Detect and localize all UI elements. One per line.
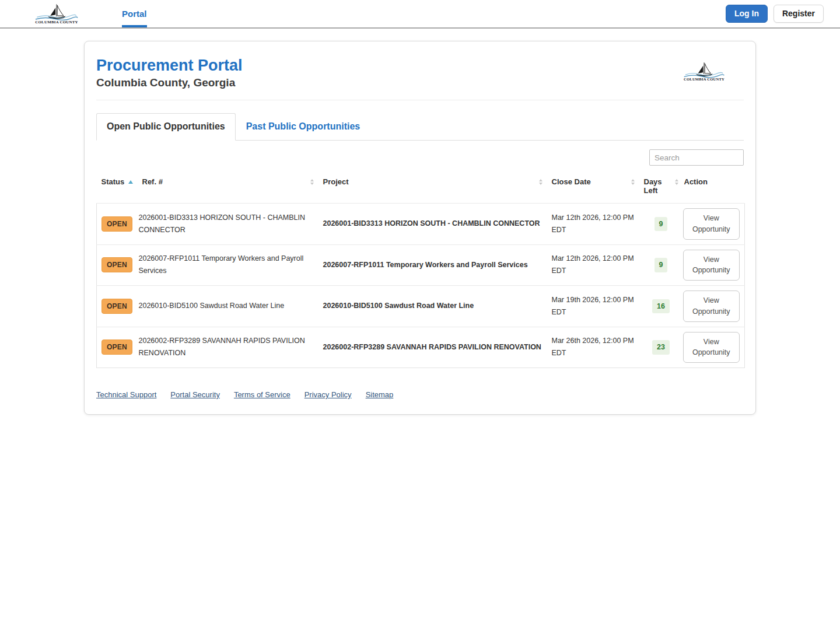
column-label: Ref. # — [142, 177, 163, 186]
search-row — [96, 149, 744, 166]
footer-links: Technical Support Portal Security Terms … — [96, 390, 744, 399]
status-cell: OPEN — [97, 286, 138, 327]
ref-number: 2026002-RFP3289 SAVANNAH RAPIDS PAVILION… — [138, 327, 318, 368]
status-badge: OPEN — [102, 340, 132, 355]
top-nav: COLUMBIA COUNTY Portal Log In Register — [0, 0, 840, 29]
column-label: Project — [323, 177, 349, 186]
column-header-project[interactable]: Project — [318, 172, 547, 204]
days-left-badge: 9 — [654, 258, 668, 272]
project-title: 2026010-BID5100 Sawdust Road Water Line — [318, 286, 547, 327]
opportunities-table: Status Ref. # Project — [96, 172, 745, 368]
status-badge: OPEN — [102, 216, 132, 232]
project-title: 2026002-RFP3289 SAVANNAH RAPIDS PAVILION… — [318, 327, 547, 368]
days-left-badge: 16 — [652, 299, 670, 314]
days-left-badge: 9 — [654, 217, 668, 232]
sort-icon — [675, 179, 678, 185]
action-cell: View Opportunity — [683, 204, 745, 245]
view-opportunity-button[interactable]: View Opportunity — [683, 290, 740, 322]
search-input[interactable] — [649, 149, 744, 166]
status-badge: OPEN — [102, 299, 132, 314]
column-label: Action — [684, 177, 708, 186]
sort-ascending-icon — [128, 180, 133, 184]
portal-security-link[interactable]: Portal Security — [170, 390, 220, 399]
sort-icon — [539, 179, 542, 185]
view-opportunity-button[interactable]: View Opportunity — [683, 332, 740, 363]
sort-icon — [310, 179, 314, 185]
table-header-row: Status Ref. # Project — [97, 172, 745, 204]
status-cell: OPEN — [97, 327, 138, 368]
view-opportunity-button[interactable]: View Opportunity — [683, 250, 740, 281]
card-header: Procurement Portal Columbia County, Geor… — [96, 57, 744, 89]
opportunities-body: OPEN 2026001-BID3313 HORIZON SOUTH - CHA… — [97, 204, 745, 368]
columbia-county-logo-icon: COLUMBIA COUNTY — [32, 1, 81, 27]
ref-number: 2026010-BID5100 Sawdust Road Water Line — [138, 286, 318, 327]
card-header-titles: Procurement Portal Columbia County, Geor… — [96, 57, 243, 89]
privacy-policy-link[interactable]: Privacy Policy — [304, 390, 352, 399]
column-header-ref[interactable]: Ref. # — [138, 172, 318, 204]
column-header-status[interactable]: Status — [97, 172, 138, 204]
close-date: Mar 12th 2026, 12:00 PM EDT — [547, 244, 639, 286]
days-left-cell: 16 — [639, 286, 683, 327]
sort-icon — [631, 179, 635, 185]
card-logo: COLUMBIA COUNTY — [681, 57, 744, 87]
technical-support-link[interactable]: Technical Support — [96, 390, 156, 399]
days-left-badge: 23 — [652, 340, 670, 355]
status-cell: OPEN — [97, 204, 138, 245]
action-cell: View Opportunity — [683, 286, 745, 327]
register-button[interactable]: Register — [774, 5, 824, 23]
close-date: Mar 26th 2026, 12:00 PM EDT — [547, 327, 639, 368]
days-left-cell: 9 — [639, 244, 683, 286]
ref-number: 2026007-RFP1011 Temporary Workers and Pa… — [138, 244, 318, 286]
tab-open-public-opportunities[interactable]: Open Public Opportunities — [96, 113, 236, 141]
tab-bar: Open Public Opportunities Past Public Op… — [96, 113, 744, 141]
svg-text:COLUMBIA COUNTY: COLUMBIA COUNTY — [35, 20, 78, 24]
column-header-days-left[interactable]: Days Left — [639, 172, 683, 204]
column-label: Status — [102, 177, 125, 186]
sitemap-link[interactable]: Sitemap — [366, 390, 394, 399]
page-title: Procurement Portal — [96, 57, 243, 75]
login-button[interactable]: Log In — [726, 5, 768, 23]
opportunity-row: OPEN 2026007-RFP1011 Temporary Workers a… — [97, 244, 745, 286]
days-left-cell: 23 — [639, 327, 683, 368]
column-label: Close Date — [552, 177, 591, 186]
nav-portal-link[interactable]: Portal — [122, 0, 147, 27]
column-label: Days Left — [644, 177, 673, 195]
action-cell: View Opportunity — [683, 327, 745, 368]
days-left-cell: 9 — [639, 204, 683, 245]
nav-logo-link[interactable]: COLUMBIA COUNTY — [32, 1, 81, 27]
status-badge: OPEN — [102, 257, 132, 272]
tab-past-public-opportunities[interactable]: Past Public Opportunities — [236, 113, 371, 140]
portal-card: Procurement Portal Columbia County, Geor… — [84, 41, 756, 415]
header-divider — [96, 100, 744, 100]
column-header-action: Action — [683, 172, 745, 204]
opportunity-row: OPEN 2026002-RFP3289 SAVANNAH RAPIDS PAV… — [97, 327, 745, 368]
close-date: Mar 12th 2026, 12:00 PM EDT — [547, 204, 639, 245]
opportunity-row: OPEN 2026001-BID3313 HORIZON SOUTH - CHA… — [97, 204, 745, 245]
action-cell: View Opportunity — [683, 244, 745, 286]
close-date: Mar 19th 2026, 12:00 PM EDT — [547, 286, 639, 327]
terms-of-service-link[interactable]: Terms of Service — [234, 390, 290, 399]
view-opportunity-button[interactable]: View Opportunity — [683, 208, 740, 240]
project-title: 2026007-RFP1011 Temporary Workers and Pa… — [318, 244, 547, 286]
project-title: 2026001-BID3313 HORIZON SOUTH - CHAMBLIN… — [318, 204, 547, 245]
columbia-county-logo-icon: COLUMBIA COUNTY — [681, 57, 727, 87]
opportunity-row: OPEN 2026010-BID5100 Sawdust Road Water … — [97, 286, 745, 327]
svg-text:COLUMBIA COUNTY: COLUMBIA COUNTY — [684, 77, 724, 81]
column-header-close-date[interactable]: Close Date — [547, 172, 639, 204]
page-subtitle: Columbia County, Georgia — [96, 76, 243, 89]
status-cell: OPEN — [97, 244, 138, 286]
ref-number: 2026001-BID3313 HORIZON SOUTH - CHAMBLIN… — [138, 204, 318, 245]
